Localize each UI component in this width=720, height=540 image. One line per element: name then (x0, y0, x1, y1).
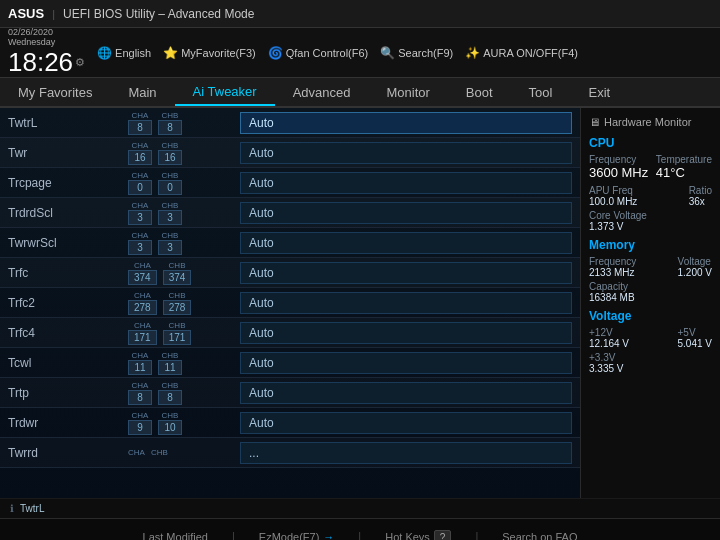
row-value[interactable]: Auto (240, 262, 572, 284)
table-row[interactable]: TwrwrSclCHA3CHB3Auto (0, 228, 580, 258)
row-label: Trfc2 (8, 296, 128, 310)
table-row[interactable]: TrtpCHA8CHB8Auto (0, 378, 580, 408)
tool-qfan[interactable]: 🌀 Qfan Control(F6) (268, 46, 369, 60)
row-value[interactable]: Auto (240, 292, 572, 314)
core-voltage-value: 1.373 V (589, 221, 647, 232)
row-label: TwrwrScl (8, 236, 128, 250)
capacity-value: 16384 MB (589, 292, 635, 303)
tool-search-label: Search(F9) (398, 47, 453, 59)
row-badges: CHACHB (128, 448, 228, 457)
bios-content: TwtrLCHA8CHB8AutoTwrCHA16CHB16AutoTrcpag… (0, 108, 580, 498)
chb-label: CHB (169, 291, 186, 300)
bios-title: UEFI BIOS Utility – Advanced Mode (63, 7, 254, 21)
table-row[interactable]: TrdwrCHA9CHB10Auto (0, 408, 580, 438)
core-voltage-label: Core Voltage (589, 210, 647, 221)
row-value[interactable]: Auto (240, 322, 572, 344)
nav-monitor[interactable]: Monitor (369, 78, 448, 106)
chb-value: 16 (158, 150, 182, 165)
chb-label: CHB (162, 171, 179, 180)
table-row[interactable]: TrdrdSclCHA3CHB3Auto (0, 198, 580, 228)
row-value[interactable]: Auto (240, 352, 572, 374)
table-row[interactable]: TrcpageCHA0CHB0Auto (0, 168, 580, 198)
nav-main[interactable]: Main (110, 78, 174, 106)
mem-freq-value: 2133 MHz (589, 267, 636, 278)
v12-value: 12.164 V (589, 338, 629, 349)
tool-aura[interactable]: ✨ AURA ON/OFF(F4) (465, 46, 578, 60)
favorite-icon: ⭐ (163, 46, 178, 60)
row-value[interactable]: Auto (240, 382, 572, 404)
hotkeys-label: Hot Keys (385, 531, 430, 540)
row-value[interactable]: Auto (240, 412, 572, 434)
row-value[interactable]: Auto (240, 232, 572, 254)
row-badges: CHA0CHB0 (128, 171, 228, 195)
cpu-freq-row: Frequency 3600 MHz Temperature 41°C (589, 154, 712, 182)
row-label: Trcpage (8, 176, 128, 190)
footer-ezmode[interactable]: EzMode(F7) → (259, 530, 335, 541)
voltage-section-title: Voltage (589, 309, 712, 323)
table-row[interactable]: TcwlCHA11CHB11Auto (0, 348, 580, 378)
row-label: Twr (8, 146, 128, 160)
row-label: Twrrd (8, 446, 128, 460)
cha-label: CHA (132, 351, 149, 360)
table-row[interactable]: TrfcCHA374CHB374Auto (0, 258, 580, 288)
nav-exit[interactable]: Exit (570, 78, 628, 106)
row-value[interactable]: Auto (240, 202, 572, 224)
row-label: Trdwr (8, 416, 128, 430)
row-value[interactable]: Auto (240, 142, 572, 164)
table-row[interactable]: TwrrdCHACHB... (0, 438, 580, 468)
row-label: Trfc (8, 266, 128, 280)
search-icon: 🔍 (380, 46, 395, 60)
tool-qfan-label: Qfan Control(F6) (286, 47, 369, 59)
chb-label: CHB (162, 381, 179, 390)
cha-label: CHA (134, 321, 151, 330)
chb-value: 11 (158, 360, 182, 375)
memory-section-title: Memory (589, 238, 712, 252)
v5-label: +5V (678, 327, 712, 338)
nav-advanced[interactable]: Advanced (275, 78, 369, 106)
tool-aura-label: AURA ON/OFF(F4) (483, 47, 578, 59)
tool-language[interactable]: 🌐 English (97, 46, 151, 60)
cha-label: CHA (134, 291, 151, 300)
topbar: 02/26/2020 Wednesday 18:26 ⚙ 🌐 English ⭐… (0, 28, 720, 78)
ezmode-label: EzMode(F7) (259, 531, 320, 540)
tool-myfavorite[interactable]: ⭐ MyFavorite(F3) (163, 46, 256, 60)
monitor-icon: 🖥 (589, 116, 600, 128)
row-badges: CHA171CHB171 (128, 321, 228, 345)
row-value[interactable]: Auto (240, 112, 572, 134)
row-value[interactable]: ... (240, 442, 572, 464)
footer-last-modified: Last Modified (143, 530, 208, 541)
cpu-apu-row: APU Freq 100.0 MHz Ratio 36x (589, 185, 712, 207)
bottom-info-icon: ℹ (10, 503, 14, 514)
footer-faq[interactable]: Search on FAQ (502, 530, 577, 541)
nav-tool[interactable]: Tool (511, 78, 571, 106)
cha-value: 171 (128, 330, 157, 345)
row-label: Tcwl (8, 356, 128, 370)
footer: Last Modified | EzMode(F7) → | Hot Keys … (0, 518, 720, 540)
footer-hotkeys[interactable]: Hot Keys ? (385, 530, 451, 541)
row-label: Trtp (8, 386, 128, 400)
table-row[interactable]: TwtrLCHA8CHB8Auto (0, 108, 580, 138)
cha-value: 9 (128, 420, 152, 435)
mem-freq-row: Frequency 2133 MHz Voltage 1.200 V (589, 256, 712, 278)
table-row[interactable]: Trfc4CHA171CHB171Auto (0, 318, 580, 348)
cha-value: 8 (128, 120, 152, 135)
ezmode-arrow-icon: → (323, 531, 334, 540)
cha-value: 8 (128, 390, 152, 405)
nav-aitweaker[interactable]: Ai Tweaker (175, 78, 275, 106)
nav-boot[interactable]: Boot (448, 78, 511, 106)
v12-row: +12V 12.164 V +5V 5.041 V (589, 327, 712, 349)
table-row[interactable]: Trfc2CHA278CHB278Auto (0, 288, 580, 318)
table-row[interactable]: TwrCHA16CHB16Auto (0, 138, 580, 168)
mem-capacity-row: Capacity 16384 MB (589, 281, 712, 303)
nav-favorites[interactable]: My Favorites (0, 78, 110, 106)
cha-label: CHA (132, 141, 149, 150)
cha-value: 0 (128, 180, 152, 195)
sidebar-title: 🖥 Hardware Monitor (589, 116, 712, 128)
chb-value: 278 (163, 300, 192, 315)
row-value[interactable]: Auto (240, 172, 572, 194)
chb-value: 3 (158, 240, 182, 255)
chb-value: 374 (163, 270, 192, 285)
time-gear-icon[interactable]: ⚙ (75, 56, 85, 69)
tool-search[interactable]: 🔍 Search(F9) (380, 46, 453, 60)
cpu-section-title: CPU (589, 136, 712, 150)
